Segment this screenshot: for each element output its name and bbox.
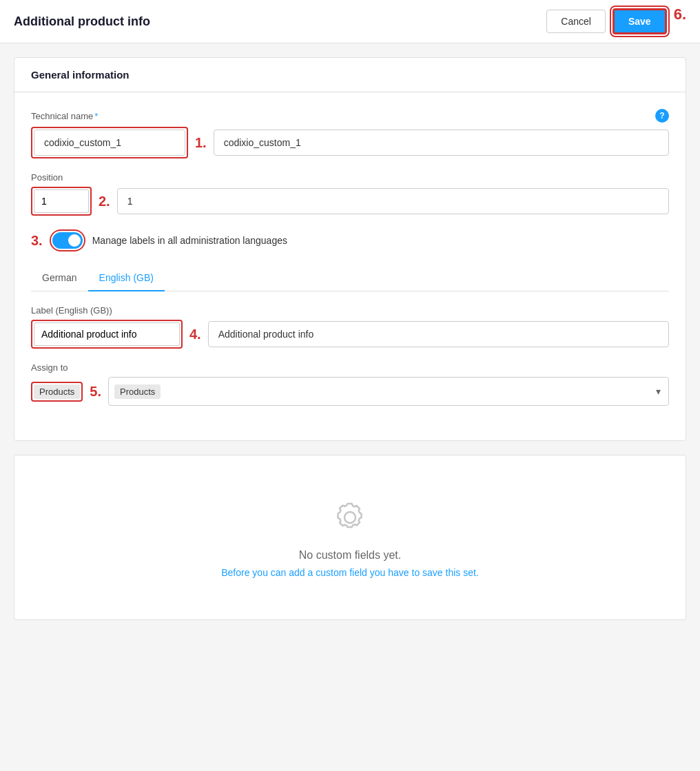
annotation-2: 2.	[99, 194, 110, 209]
tab-english-gb[interactable]: English (GB)	[88, 265, 165, 291]
annotation-1: 1.	[195, 135, 207, 151]
technical-name-spacer	[214, 130, 669, 156]
assign-to-label: Assign to	[31, 362, 669, 373]
position-label: Position	[31, 172, 669, 183]
label-field-row: 4.	[31, 320, 669, 349]
position-group: Position 2.	[31, 172, 669, 216]
technical-name-group: Technical name* ? 1.	[31, 109, 669, 158]
position-row: 2.	[31, 187, 669, 216]
label-full-input[interactable]	[208, 321, 669, 347]
tab-german[interactable]: German	[31, 265, 88, 291]
technical-name-full-input[interactable]	[214, 130, 669, 156]
assign-to-group: Assign to Products 5. Products ▾	[31, 362, 669, 406]
label-input[interactable]	[34, 322, 180, 346]
empty-state-card: No custom fields yet. Before you can add…	[14, 455, 686, 620]
page-wrapper: Additional product info Cancel Save 6. G…	[0, 0, 700, 771]
card-header: General information	[14, 58, 686, 92]
content-area: General information Technical name* ?	[0, 43, 700, 771]
technical-name-input[interactable]	[34, 130, 185, 156]
assign-to-input[interactable]: Products	[108, 377, 669, 406]
label-annotated-box	[31, 320, 183, 349]
label-field-label: Label (English (GB))	[31, 305, 669, 316]
assign-to-wrapper: Products ▾	[108, 377, 669, 406]
annotation-6: 6.	[674, 6, 686, 23]
card-body: Technical name* ? 1.	[14, 92, 686, 406]
help-icon[interactable]: ?	[655, 109, 669, 123]
position-spacer	[117, 188, 669, 214]
label-spacer	[208, 321, 669, 347]
technical-name-row: 1.	[31, 127, 669, 158]
header: Additional product info Cancel Save 6.	[0, 0, 700, 43]
toggle-row: 3. Manage labels in all administration l…	[31, 229, 669, 251]
toggle-label: Manage labels in all administration lang…	[92, 235, 287, 246]
empty-title: No custom fields yet.	[299, 549, 402, 562]
toggle-annotated-wrapper	[50, 229, 85, 251]
label-group: Label (English (GB)) 4.	[31, 305, 669, 349]
gear-icon	[329, 497, 371, 538]
assign-products-tag: Products	[114, 384, 161, 399]
annotation-5: 5.	[90, 384, 101, 400]
cancel-button[interactable]: Cancel	[546, 10, 606, 33]
save-button[interactable]: Save	[612, 8, 667, 34]
position-full-input[interactable]	[117, 188, 669, 214]
technical-name-annotated-box	[31, 127, 188, 158]
annotation-3: 3.	[31, 233, 43, 249]
technical-name-label: Technical name*	[31, 111, 98, 121]
empty-subtitle: Before you can add a custom field you ha…	[221, 567, 479, 578]
section-title: General information	[31, 69, 130, 81]
page-title: Additional product info	[14, 14, 150, 29]
language-toggle[interactable]	[52, 232, 83, 249]
position-annotated-box	[31, 187, 92, 216]
assign-to-annotated-box: Products	[31, 382, 83, 402]
language-tabs: German English (GB)	[31, 265, 669, 291]
position-input[interactable]	[34, 189, 89, 213]
products-tag: Products	[34, 384, 80, 399]
header-actions: Cancel Save 6.	[546, 8, 686, 34]
general-info-card: General information Technical name* ?	[14, 57, 686, 441]
assign-to-row: Products 5. Products ▾	[31, 377, 669, 406]
annotation-4: 4.	[189, 327, 201, 342]
